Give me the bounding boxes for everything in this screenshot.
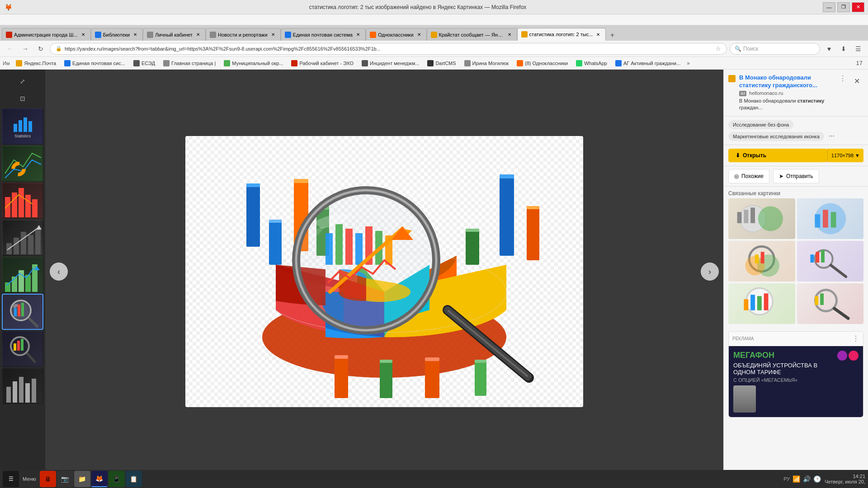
reload-button[interactable]: ↻ xyxy=(34,42,47,55)
tab-odnoklassniki[interactable]: Одноклассники ✕ xyxy=(366,28,427,41)
tab-close-3[interactable]: ✕ xyxy=(194,31,202,38)
bookmark-whatsapp[interactable]: WhatsApp xyxy=(572,59,611,67)
bookmark-pochta-sys[interactable]: Единая почтовая сис... xyxy=(61,59,129,67)
taskbar-app-firefox[interactable]: 🦊 xyxy=(91,471,108,487)
download-icon[interactable]: ⬇ xyxy=(837,42,850,55)
tab-close-4[interactable]: ✕ xyxy=(269,31,277,38)
tab-administraciya[interactable]: Администрация города Ш... ✕ xyxy=(2,28,91,41)
tab-biblioteki[interactable]: Библиотеки ✕ xyxy=(91,28,143,41)
bookmark-label-1: Яндекс.Почта xyxy=(24,61,56,66)
bookmark-esed[interactable]: ЕСЭД xyxy=(130,59,159,67)
bookmark-star-icon[interactable]: ☆ xyxy=(716,45,721,52)
taskbar-network-icon[interactable]: 📶 xyxy=(793,475,800,483)
bookmark-icon[interactable]: ♥ xyxy=(823,42,835,55)
new-tab-button[interactable]: + xyxy=(606,30,618,41)
lock-icon: 🔒 xyxy=(56,46,62,52)
bookmark-glavnaya[interactable]: Главная страница | xyxy=(160,59,219,67)
tab-novosti[interactable]: Новости и репортажи ✕ xyxy=(206,28,281,41)
svg-rect-58 xyxy=(335,355,348,398)
bookmark-yandex-pochta[interactable]: Яндекс.Почта xyxy=(12,59,60,67)
bookmark-ag[interactable]: АГ Активный граждани... xyxy=(612,59,684,67)
ad-person-gradient xyxy=(733,385,756,413)
send-button[interactable]: ➤ Отправить xyxy=(773,169,819,183)
thumbnail-8[interactable] xyxy=(2,368,43,404)
image-tags: Исследование без фона Маркетинговые иссл… xyxy=(724,117,868,145)
next-image-button[interactable]: › xyxy=(701,263,719,281)
svg-line-35 xyxy=(27,353,35,362)
tab-favicon-1 xyxy=(6,32,12,38)
tag-1[interactable]: Исследование без фона xyxy=(728,120,793,129)
thumbnail-6[interactable] xyxy=(2,294,43,330)
thumbnail-7[interactable] xyxy=(2,331,43,367)
ad-menu-button[interactable]: ⋮ xyxy=(852,334,859,343)
bookmark-munok[interactable]: Муниципальный окр... xyxy=(220,59,287,67)
bookmarks-more-button[interactable]: » xyxy=(685,59,692,67)
related-image-6[interactable] xyxy=(797,283,864,324)
source-domain: IM hellomonaco.ru xyxy=(739,90,835,96)
svg-rect-85 xyxy=(744,210,748,223)
address-input[interactable]: 🔒 https://yandex.ru/images/search?from=t… xyxy=(50,43,727,55)
panel-menu-button[interactable]: ⋮ xyxy=(839,74,846,83)
open-size-button[interactable]: 1170×798 ▼ xyxy=(827,149,863,162)
thumbnail-1[interactable]: Statistics xyxy=(2,108,43,145)
related-image-2[interactable] xyxy=(797,198,864,239)
taskbar-app-3[interactable]: 📁 xyxy=(74,471,90,487)
svg-rect-34 xyxy=(21,339,24,351)
thumbnail-2[interactable] xyxy=(2,145,43,182)
bookmark-mogilyuk[interactable]: Ирина Могилюк xyxy=(461,59,512,67)
tags-more-button[interactable]: ··· xyxy=(827,132,836,141)
search-box[interactable]: 🔍 Поиск xyxy=(730,43,820,55)
source-title[interactable]: В Монако обнародовали статистику граждан… xyxy=(739,74,835,89)
thumbnail-5[interactable] xyxy=(2,257,43,293)
tab-close-2[interactable]: ✕ xyxy=(132,31,139,38)
tab-close-6[interactable]: ✕ xyxy=(415,31,423,38)
taskbar-app-6[interactable]: 📋 xyxy=(126,471,142,487)
related-image-3[interactable] xyxy=(728,241,795,282)
taskbar-clock-icon[interactable]: 🕑 xyxy=(813,475,821,483)
tab-close-1[interactable]: ✕ xyxy=(80,31,87,38)
bookmark-dartcms[interactable]: DartCMS xyxy=(424,59,459,67)
prev-image-button[interactable]: ‹ xyxy=(50,263,68,281)
taskbar-volume-icon[interactable]: 🔊 xyxy=(803,475,811,483)
tab-close-7[interactable]: ✕ xyxy=(506,31,513,38)
crop-tool-button[interactable]: ⊡ xyxy=(14,90,31,107)
back-button[interactable]: ← xyxy=(4,42,16,55)
related-image-4[interactable] xyxy=(797,241,864,282)
restore-button[interactable]: ❐ xyxy=(837,2,850,12)
minimize-button[interactable]: — xyxy=(823,2,835,12)
expand-tool-button[interactable]: ⤢ xyxy=(14,73,31,89)
panel-close-button[interactable]: ✕ xyxy=(850,74,863,88)
bookmark-label-5: Муниципальный окр... xyxy=(232,61,283,66)
tab-close-5[interactable]: ✕ xyxy=(354,31,362,38)
left-sidebar: ⤢ ⊡ Statistics xyxy=(0,70,45,474)
forward-button[interactable]: → xyxy=(19,42,32,55)
tab-statistika[interactable]: статистика логотип: 2 тыс... ✕ xyxy=(517,28,606,41)
tab-close-8[interactable]: ✕ xyxy=(594,31,602,38)
taskbar-app-5[interactable]: 📱 xyxy=(108,471,125,487)
image-viewer: ‹ xyxy=(45,70,723,474)
close-button[interactable]: ✕ xyxy=(852,2,864,12)
bookmark-label-11: WhatsApp xyxy=(584,61,607,66)
thumbnail-4[interactable] xyxy=(2,220,43,256)
open-button[interactable]: ⬇ Открыть xyxy=(728,149,827,162)
similar-button[interactable]: ◎ Похожие xyxy=(728,169,769,183)
bookmark-incident[interactable]: Инцидент менеджм... xyxy=(358,59,423,67)
taskbar-keyboard-icon[interactable]: РУ xyxy=(783,476,790,482)
taskbar-app-1[interactable]: 🖥 xyxy=(40,471,56,487)
bookmark-label-4: Главная страница | xyxy=(171,61,216,66)
related-image-1[interactable] xyxy=(728,198,795,239)
svg-rect-13 xyxy=(28,235,33,254)
tab-kraistat[interactable]: Крайстат сообщает — Янд... ✕ xyxy=(427,28,517,41)
main-image xyxy=(185,136,583,407)
related-image-5[interactable] xyxy=(728,283,795,324)
ad-content: МЕГАФОН ОБЪЕДИНЯЙ УСТРОЙСТВА В ОДНОМ ТАР… xyxy=(729,346,863,417)
tag-2[interactable]: Маркетинговые исследования иконка xyxy=(728,132,824,141)
bookmark-ok[interactable]: (8) Одноклассники xyxy=(513,59,571,67)
tab-pochta[interactable]: Единая почтовая система ✕ xyxy=(281,28,366,41)
taskbar-menu-button[interactable]: ☰ xyxy=(3,471,19,487)
thumbnail-3[interactable] xyxy=(2,183,43,219)
bookmark-exo[interactable]: Рабочий кабинет - ЭХО xyxy=(288,59,357,67)
taskbar-app-2[interactable]: 📷 xyxy=(57,471,73,487)
menu-icon[interactable]: ☰ xyxy=(852,42,864,55)
tab-lichny-kabinet[interactable]: Личный кабинет ✕ xyxy=(143,28,206,41)
